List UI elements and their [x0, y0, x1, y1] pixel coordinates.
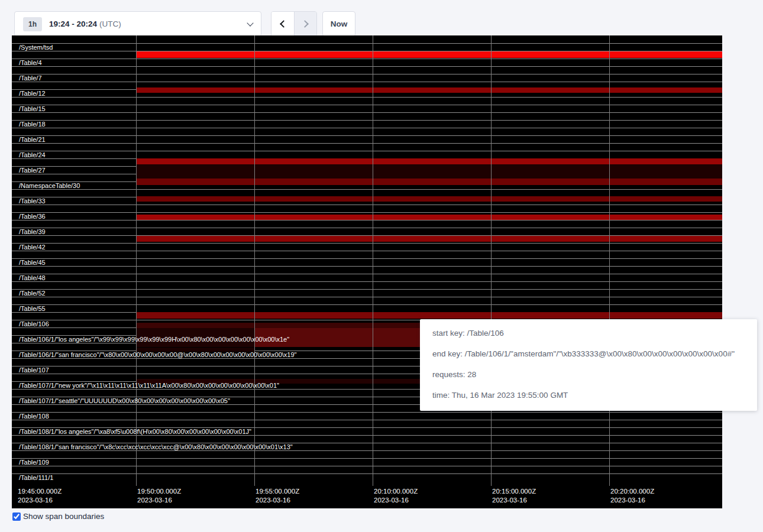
hover-tooltip: start key: /Table/106 end key: /Table/10…	[420, 319, 757, 411]
span-label: /Table/106/1/"san francisco"/"\x80\x00\x…	[19, 351, 297, 358]
tooltip-start-key: start key: /Table/106	[432, 329, 745, 338]
span-boundary-line	[12, 450, 722, 451]
span-boundary-line	[12, 243, 722, 244]
span-label: /Table/107/1/"new york"/"\x11\x11\x11\x1…	[19, 381, 279, 389]
span-label: /Table/107	[19, 366, 49, 374]
heat-band[interactable]	[136, 236, 722, 242]
x-axis-tick-time: 19:45:00.000Z	[18, 487, 62, 496]
span-boundary-line	[12, 135, 722, 136]
span-boundary-line	[12, 59, 722, 59]
span-boundary-line	[12, 274, 722, 274]
span-label: /Table/108	[19, 412, 49, 420]
span-label: /NamespaceTable/30	[19, 181, 80, 189]
x-axis-tick-date: 2023-03-16	[374, 496, 409, 505]
span-boundary-line	[12, 258, 722, 259]
tooltip-requests: requests: 28	[432, 370, 745, 379]
span-label: /Table/24	[19, 151, 46, 158]
span-boundary-line	[12, 97, 722, 98]
tooltip-end-key: end key: /Table/106/1/"amsterdam"/"\xb33…	[432, 349, 745, 358]
x-axis-tick-date: 2023-03-16	[256, 496, 290, 505]
span-boundary-line	[12, 105, 722, 105]
time-column-boundary-line	[254, 35, 255, 486]
toolbar: 1h 19:24 - 20:24(UTC) Now	[0, 0, 763, 37]
span-boundary-line	[12, 412, 722, 413]
span-label: /Table/39	[19, 228, 46, 235]
span-boundary-line	[12, 151, 722, 151]
x-axis-tick-time: 19:50:00.000Z	[137, 487, 181, 496]
tooltip-time: time: Thu, 16 Mar 2023 19:55:00 GMT	[432, 391, 745, 400]
now-button[interactable]: Now	[322, 11, 355, 37]
time-column-boundary-line	[491, 35, 492, 486]
span-label: /Table/18	[19, 120, 46, 128]
next-time-button[interactable]	[294, 12, 316, 36]
span-label: /Table/48	[19, 274, 46, 281]
time-range-value: 19:24 - 20:24	[49, 20, 97, 28]
span-label: /Table/108/1/"los angeles"/"\xa8\xf5\u00…	[19, 427, 251, 435]
x-axis-tick-time: 19:55:00.000Z	[256, 487, 299, 496]
span-label: /Table/4	[19, 59, 42, 66]
time-range-duration-badge: 1h	[23, 17, 42, 31]
span-boundary-line	[12, 74, 722, 74]
heat-band[interactable]	[136, 158, 722, 164]
span-boundary-line	[12, 297, 722, 297]
span-label: /Table/107/1/"seattle"/"UUUUUUD\x00\x80\…	[19, 397, 230, 404]
span-label: /Table/12	[19, 89, 46, 97]
span-boundary-line	[12, 266, 722, 267]
span-boundary-line	[12, 304, 722, 305]
key-visualizer-page: 1h 19:24 - 20:24(UTC) Now /System/tsd/Ta…	[0, 0, 763, 532]
span-boundary-line	[12, 112, 722, 113]
span-label: /Table/108/1/"san francisco"/"\x8c\xcc\x…	[19, 443, 293, 450]
span-boundary-line	[12, 205, 722, 205]
x-axis-tick-date: 2023-03-16	[492, 496, 527, 505]
x-axis-tick-time: 20:15:00.000Z	[492, 487, 536, 496]
span-label: /Table/109	[19, 458, 49, 466]
heat-band[interactable]	[136, 87, 722, 93]
prev-time-button[interactable]	[271, 12, 294, 36]
span-boundary-line	[12, 473, 722, 474]
heat-band[interactable]	[136, 312, 722, 319]
x-axis-tick-date: 2023-03-16	[18, 496, 53, 505]
span-label: /System/tsd	[19, 43, 53, 51]
heat-band[interactable]	[136, 196, 722, 202]
heat-band[interactable]	[136, 215, 722, 220]
span-label: /Table/52	[19, 289, 46, 297]
span-boundary-line	[12, 466, 722, 466]
span-label: /Table/106	[19, 320, 49, 327]
span-label: /Table/45	[19, 258, 46, 266]
chevron-down-icon	[247, 20, 253, 26]
key-visualizer-canvas[interactable]: /System/tsd/Table/4/Table/7/Table/12/Tab…	[12, 35, 722, 508]
x-axis-tick-date: 2023-03-16	[610, 496, 645, 505]
span-boundary-line	[12, 420, 722, 420]
span-boundary-line	[12, 228, 722, 228]
span-label: /Table/42	[19, 243, 46, 251]
x-axis-tick-date: 2023-03-16	[137, 496, 172, 505]
heat-band[interactable]	[136, 164, 722, 179]
span-boundary-line	[12, 43, 722, 44]
span-label: /Table/15	[19, 105, 46, 112]
show-span-boundaries-checkbox[interactable]	[12, 512, 21, 521]
span-label: /Table/36	[19, 212, 46, 220]
heat-band[interactable]	[136, 179, 722, 185]
heat-band[interactable]	[136, 51, 722, 58]
show-span-boundaries-control[interactable]: Show span boundaries	[12, 512, 104, 521]
span-label: /Table/21	[19, 135, 46, 143]
time-column-boundary-line	[609, 35, 610, 486]
chevron-right-icon	[301, 20, 309, 28]
time-column-boundary-line	[373, 35, 373, 486]
time-range-select[interactable]: 1h 19:24 - 20:24(UTC)	[14, 11, 261, 37]
chevron-left-icon	[280, 20, 287, 28]
span-boundary-line	[12, 251, 722, 251]
span-boundary-line	[12, 435, 722, 436]
x-axis-tick-time: 20:10:00.000Z	[374, 487, 418, 496]
span-boundary-line	[12, 189, 722, 190]
span-boundary-line	[12, 289, 722, 290]
span-label: /Table/106/1/"los angeles"/"\x99\x99\x99…	[19, 335, 289, 343]
span-label: /Table/7	[19, 74, 42, 82]
span-label: /Table/55	[19, 304, 46, 312]
span-boundary-line	[12, 212, 722, 213]
span-label: /Table/111/1	[19, 473, 53, 481]
time-nav-group	[271, 11, 317, 37]
span-boundary-line	[12, 66, 722, 67]
span-boundary-line	[12, 458, 722, 459]
span-boundary-line	[12, 220, 722, 220]
